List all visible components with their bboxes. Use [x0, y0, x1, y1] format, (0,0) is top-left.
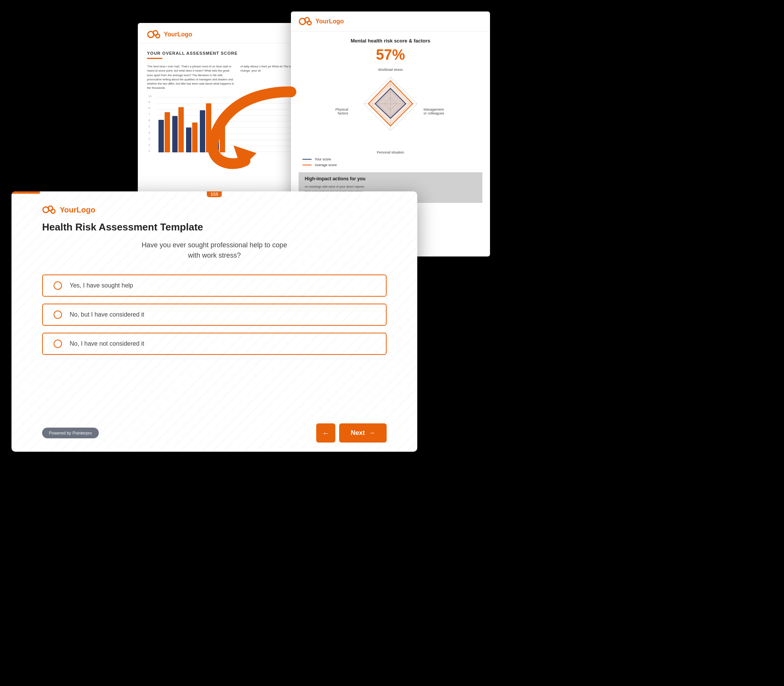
right-report-score: 57% — [299, 47, 482, 63]
svg-point-17 — [51, 209, 55, 214]
right-report-header: YourLogo — [291, 11, 490, 32]
powered-by-label: Powered by Pointerpro — [42, 428, 99, 438]
radar-label-bottom: Personal situation — [377, 150, 404, 154]
quiz-option-label-3: No, I have not considered it — [70, 340, 144, 347]
radio-circle-2 — [54, 310, 62, 319]
bar-orange — [192, 122, 198, 152]
high-impact-line-1: ne meetings with each of your direct rep… — [305, 185, 476, 189]
next-button[interactable]: Next → — [339, 423, 387, 443]
radar-label-left: Physicalfactors — [335, 108, 348, 115]
next-button-label: Next — [351, 429, 365, 437]
radio-circle-3 — [54, 340, 62, 348]
quiz-option-2[interactable]: No, but I have considered it — [42, 304, 387, 326]
arrow-graphic — [199, 77, 306, 176]
back-button[interactable]: ← — [316, 423, 335, 443]
radar-label-right: Managementor colleagues — [423, 108, 444, 115]
bar-navy — [158, 120, 164, 152]
right-report-logo-icon — [299, 17, 312, 26]
quiz-option-1[interactable]: Yes, I have sought help — [42, 274, 387, 297]
quiz-option-label-2: No, but I have considered it — [70, 311, 144, 318]
svg-point-2 — [156, 34, 160, 38]
bar-group — [186, 122, 198, 152]
left-report-divider — [147, 58, 162, 59]
radar-chart-container: Workload stress Managementor colleagues … — [341, 69, 440, 154]
quiz-logo-text: YourLogo — [60, 206, 95, 214]
quiz-title: Health Risk Assessment Template — [42, 221, 387, 233]
left-report-logo-text: YourLogo — [164, 31, 192, 38]
quiz-options: Yes, I have sought help No, but I have c… — [42, 274, 387, 412]
right-report-logo-text: YourLogo — [315, 18, 344, 25]
legend-your-score-label: Your score — [315, 157, 331, 161]
quiz-card-inner: YourLogo Health Risk Assessment Template… — [11, 194, 417, 452]
quiz-logo-icon — [42, 205, 56, 214]
left-report-logo-icon — [147, 30, 161, 39]
bar-orange — [165, 112, 170, 152]
quiz-option-3[interactable]: No, I have not considered it — [42, 333, 387, 355]
quiz-footer: Powered by Pointerpro ← Next → — [42, 423, 387, 443]
bar-orange — [178, 107, 184, 152]
quiz-card: 1/15 YourLogo Health Risk Assessment Tem… — [11, 191, 417, 452]
quiz-option-label-1: Yes, I have sought help — [70, 282, 133, 289]
quiz-question: Have you ever sought professional help t… — [42, 240, 387, 261]
next-arrow-icon: → — [369, 429, 375, 437]
radar-label-top: Workload stress — [378, 68, 403, 72]
right-report-body: Mental health risk score & factors 57% W… — [291, 32, 490, 209]
nav-buttons: ← Next → — [316, 423, 387, 443]
quiz-logo-row: YourLogo — [42, 205, 387, 214]
legend-average-score-label: Average score — [315, 163, 337, 167]
bar-group — [172, 107, 184, 152]
back-arrow-icon: ← — [322, 429, 330, 438]
bar-navy — [172, 116, 178, 152]
bar-group — [158, 112, 170, 152]
right-report-title: Mental health risk score & factors — [299, 38, 482, 44]
legend-average-score: Average score — [302, 163, 479, 167]
bar-navy — [186, 127, 191, 152]
svg-point-5 — [307, 21, 311, 25]
legend-your-score: Your score — [302, 157, 479, 161]
high-impact-title: High-impact actions for you — [305, 176, 476, 181]
radar-legend: Your score Average score — [299, 157, 482, 167]
radio-circle-1 — [54, 281, 62, 290]
